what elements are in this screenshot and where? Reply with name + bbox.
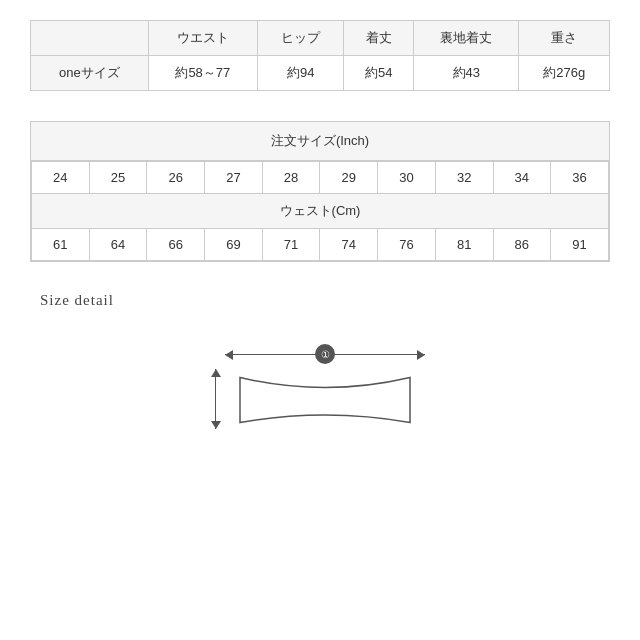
inch-cell: 36 <box>551 162 609 194</box>
circle-1: ① <box>315 344 335 364</box>
inch-cell: 27 <box>205 162 263 194</box>
size-label: oneサイズ <box>31 56 149 91</box>
order-size-table: 24252627282930323436 ウェスト(Cm) 6164666971… <box>31 161 609 261</box>
inch-cell: 29 <box>320 162 378 194</box>
header-lining: 裏地着丈 <box>414 21 519 56</box>
weight-value: 約276g <box>519 56 610 91</box>
size-table: ウエスト ヒップ 着丈 裏地着丈 重さ oneサイズ 約58～77 約94 約5… <box>30 20 610 91</box>
inch-cell: 24 <box>32 162 90 194</box>
cm-cell: 91 <box>551 229 609 261</box>
garment-shape <box>235 371 415 429</box>
order-size-section: 注文サイズ(Inch) 24252627282930323436 ウェスト(Cm… <box>30 121 610 262</box>
size-detail-title: Size detail <box>40 292 610 309</box>
diagram-inner: ① <box>215 349 435 429</box>
cm-cell: 71 <box>262 229 320 261</box>
cm-cell: 61 <box>32 229 90 261</box>
table-row: oneサイズ 約58～77 約94 約54 約43 約276g <box>31 56 610 91</box>
order-size-title: 注文サイズ(Inch) <box>31 122 609 161</box>
header-hip: ヒップ <box>258 21 344 56</box>
length-value: 約54 <box>344 56 414 91</box>
cm-cell: 74 <box>320 229 378 261</box>
waist-value: 約58～77 <box>148 56 257 91</box>
inch-cell: 34 <box>493 162 551 194</box>
size-diagram: ① <box>40 329 610 429</box>
lining-value: 約43 <box>414 56 519 91</box>
inch-row: 24252627282930323436 <box>32 162 609 194</box>
cm-row: 61646669717476818691 <box>32 229 609 261</box>
inch-cell: 28 <box>262 162 320 194</box>
size-detail-section: Size detail ① <box>30 292 610 429</box>
header-weight: 重さ <box>519 21 610 56</box>
table-header-row: ウエスト ヒップ 着丈 裏地着丈 重さ <box>31 21 610 56</box>
header-empty <box>31 21 149 56</box>
vertical-arrow <box>215 369 216 429</box>
inch-cell: 26 <box>147 162 205 194</box>
hip-value: 約94 <box>258 56 344 91</box>
cm-cell: 76 <box>378 229 436 261</box>
size-chart-section: ウエスト ヒップ 着丈 裏地着丈 重さ oneサイズ 約58～77 約94 約5… <box>30 20 610 91</box>
header-waist: ウエスト <box>148 21 257 56</box>
cm-cell: 64 <box>89 229 147 261</box>
header-length: 着丈 <box>344 21 414 56</box>
waist-cm-label: ウェスト(Cm) <box>32 194 609 229</box>
inch-cell: 32 <box>435 162 493 194</box>
horizontal-arrow: ① <box>225 354 425 355</box>
inch-cell: 30 <box>378 162 436 194</box>
waist-cm-subtitle-row: ウェスト(Cm) <box>32 194 609 229</box>
cm-cell: 81 <box>435 229 493 261</box>
inch-cell: 25 <box>89 162 147 194</box>
cm-cell: 66 <box>147 229 205 261</box>
cm-cell: 86 <box>493 229 551 261</box>
cm-cell: 69 <box>205 229 263 261</box>
